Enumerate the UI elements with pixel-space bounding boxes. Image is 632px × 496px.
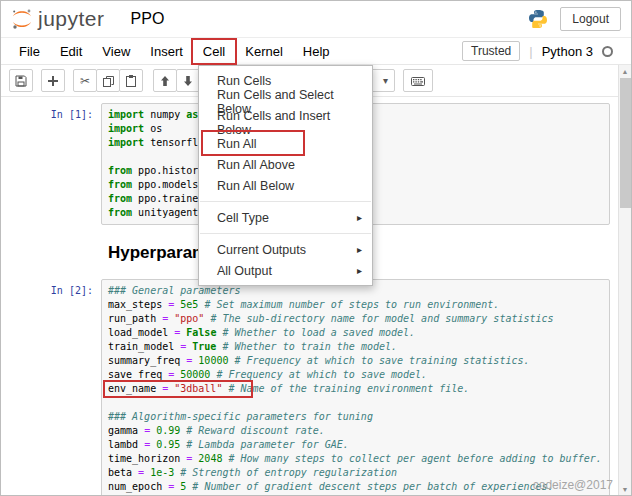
- save-icon: [14, 74, 28, 88]
- menu-item-label: Current Outputs: [217, 243, 306, 257]
- jupyter-logo-text: jupyter: [38, 7, 105, 31]
- kernel-status-icon: [602, 46, 613, 57]
- menu-item-label: Run All Below: [217, 179, 294, 193]
- menu-separator: [200, 201, 371, 202]
- menubar: FileEditViewInsertCellKernelHelp Trusted…: [1, 38, 631, 65]
- menu-item-current-outputs[interactable]: Current Outputs▸: [199, 239, 372, 260]
- add-cell-button[interactable]: [41, 69, 65, 92]
- code-line: gamma = 0.99 # Reward discount rate.: [108, 424, 603, 438]
- menubar-right: Trusted | Python 3: [462, 41, 631, 61]
- code-input-2[interactable]: ### General parametersmax_steps = 5e5 # …: [101, 279, 610, 495]
- menu-insert[interactable]: Insert: [140, 40, 193, 63]
- menu-item-all-output[interactable]: All Output▸: [199, 260, 372, 281]
- trusted-badge: Trusted: [462, 41, 520, 61]
- menu-item-run-all-below[interactable]: Run All Below: [199, 175, 372, 196]
- submenu-arrow-icon: ▸: [357, 244, 362, 255]
- code-line: max_steps = 5e5 # Set maximum number of …: [108, 298, 603, 312]
- code-line: ### General parameters: [108, 284, 603, 298]
- notebook-title[interactable]: PPO: [131, 10, 165, 28]
- copy-icon: [101, 74, 115, 88]
- env-name-line: env_name = "3dball" # Name of the traini…: [108, 382, 603, 396]
- jupyter-window: jupyter PPO Logout FileEditViewInsertCel…: [0, 0, 632, 496]
- logout-button[interactable]: Logout: [560, 7, 621, 31]
- arrow-up-icon: [158, 74, 172, 88]
- code-line: ### Algorithm-specific parameters for tu…: [108, 410, 603, 424]
- code-line: save_freq = 50000 # Frequency at which t…: [108, 368, 603, 382]
- input-prompt-1: In [1]:: [41, 103, 101, 225]
- plus-icon: [46, 74, 60, 88]
- header: jupyter PPO Logout: [1, 1, 631, 38]
- cut-cell-button[interactable]: ✂: [73, 69, 97, 92]
- menu-item-label: Run All Above: [217, 158, 295, 172]
- jupyter-logo[interactable]: jupyter: [11, 7, 105, 31]
- kernel-name: Python 3: [542, 44, 593, 59]
- jupyter-logo-icon: [11, 8, 33, 30]
- menu-item-label: Run Cells and Insert Below: [217, 109, 362, 137]
- input-prompt-2: In [2]:: [41, 279, 101, 495]
- menu-edit[interactable]: Edit: [50, 40, 92, 63]
- menu-file[interactable]: File: [9, 40, 50, 63]
- menu-item-label: Run All: [217, 137, 257, 151]
- kernel-divider: |: [529, 44, 532, 59]
- keyboard-icon: [410, 74, 426, 88]
- code-cell-2[interactable]: In [2]: ### General parametersmax_steps …: [41, 279, 610, 495]
- submenu-arrow-icon: ▸: [357, 265, 362, 276]
- menu-help[interactable]: Help: [293, 40, 340, 63]
- move-cell-down-button[interactable]: [176, 69, 200, 92]
- save-button[interactable]: [9, 69, 33, 92]
- move-cell-up-button[interactable]: [153, 69, 177, 92]
- scrollbar-thumb[interactable]: [620, 78, 631, 208]
- menu-item-cell-type[interactable]: Cell Type▸: [199, 207, 372, 228]
- menu-items: FileEditViewInsertCellKernelHelp: [1, 40, 340, 63]
- cell-menu-dropdown: Run CellsRun Cells and Select BelowRun C…: [198, 65, 373, 286]
- command-palette-button[interactable]: [403, 69, 433, 92]
- markdown-prompt: [41, 243, 101, 263]
- menu-view[interactable]: View: [92, 40, 140, 63]
- scrollbar[interactable]: ▲ ▼: [618, 65, 631, 495]
- menu-cell[interactable]: Cell: [193, 40, 235, 63]
- menu-separator: [200, 233, 371, 234]
- menu-item-label: Run Cells: [217, 74, 271, 88]
- arrow-down-icon: [181, 74, 195, 88]
- menu-kernel[interactable]: Kernel: [235, 40, 293, 63]
- python-logo-icon: [528, 9, 548, 29]
- code-line: [108, 396, 603, 410]
- menu-item-run-all-above[interactable]: Run All Above: [199, 154, 372, 175]
- code-line: beta = 1e-3 # Strength of entropy regula…: [108, 466, 603, 480]
- cut-icon: ✂: [80, 74, 90, 88]
- header-right: Logout: [528, 7, 621, 31]
- copy-cell-button[interactable]: [96, 69, 120, 92]
- menu-item-label: Cell Type: [217, 211, 269, 225]
- code-line: run_path = "ppo" # The sub-directory nam…: [108, 312, 603, 326]
- code-line: lambd = 0.95 # Lambda parameter for GAE.: [108, 438, 603, 452]
- scroll-down-icon[interactable]: ▼: [619, 483, 631, 495]
- code-line: load_model = False # Whether to load a s…: [108, 326, 603, 340]
- code-line: time_horizon = 2048 # How many steps to …: [108, 452, 603, 466]
- menu-item-run-cells-and-insert-below[interactable]: Run Cells and Insert Below: [199, 112, 372, 133]
- code-line: summary_freq = 10000 # Frequency at whic…: [108, 354, 603, 368]
- chevron-down-icon: ▾: [383, 75, 388, 86]
- scroll-up-icon[interactable]: ▲: [619, 65, 631, 77]
- menu-item-label: All Output: [217, 264, 272, 278]
- watermark: codeize@2017: [533, 478, 613, 492]
- submenu-arrow-icon: ▸: [357, 212, 362, 223]
- paste-icon: [124, 74, 138, 88]
- paste-cell-button[interactable]: [119, 69, 143, 92]
- code-line: num_epoch = 5 # Number of gradient desce…: [108, 480, 603, 494]
- code-line: train_model = True # Whether to train th…: [108, 340, 603, 354]
